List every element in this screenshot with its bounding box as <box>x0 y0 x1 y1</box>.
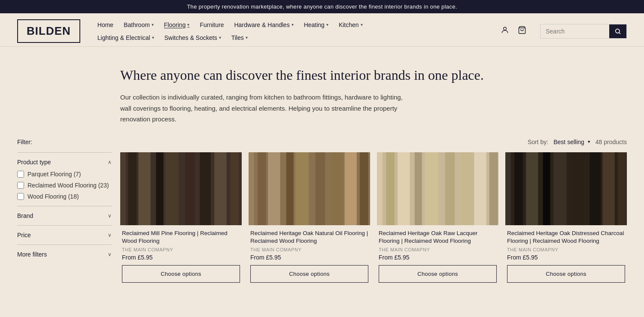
chevron-down-icon: ∨ <box>108 232 112 238</box>
chevron-down-icon: ▾ <box>219 35 221 40</box>
filter-section-product-type: Product type ∧ Parquet Flooring (7) Recl… <box>17 152 112 206</box>
filter-checkbox-wood[interactable] <box>17 193 24 200</box>
product-name: Reclaimed Heritage Oak Natural Oil Floor… <box>250 229 368 246</box>
filter-label: Filter: <box>17 139 112 145</box>
product-price: From £5.95 <box>250 254 368 261</box>
cart-button[interactable] <box>516 24 528 38</box>
nav-heating[interactable]: Heating ▾ <box>304 20 328 30</box>
chevron-down-icon: ▾ <box>246 35 248 40</box>
svg-point-2 <box>616 29 620 33</box>
chevron-down-icon: ▾ <box>152 35 154 40</box>
sidebar-filters: Filter: Product type ∧ Parquet Flooring … <box>17 139 120 287</box>
product-image <box>377 152 498 225</box>
product-info: Reclaimed Heritage Oak Distressed Charco… <box>505 225 627 287</box>
announcement-text: The property renovation marketplace, whe… <box>187 3 457 10</box>
product-card: Reclaimed Mill Pine Flooring | Reclaimed… <box>120 152 242 287</box>
nav-home[interactable]: Home <box>97 20 113 30</box>
chevron-down-icon: ▾ <box>292 22 294 27</box>
products-toolbar: Sort by: Best selling ▾ 48 products <box>120 139 627 145</box>
filter-section-more: More filters ∨ <box>17 245 112 264</box>
chevron-down-icon: ∨ <box>108 213 112 219</box>
filter-option-reclaimed[interactable]: Reclaimed Wood Flooring (23) <box>17 182 112 189</box>
filter-section-price: Price ∨ <box>17 225 112 245</box>
nav-bathroom[interactable]: Bathroom ▾ <box>124 20 154 30</box>
search-input[interactable] <box>541 24 609 38</box>
filter-option-parquet[interactable]: Parquet Flooring (7) <box>17 171 112 178</box>
main-nav: Home Bathroom ▾ Flooring ▾ Furniture Har… <box>97 20 490 43</box>
filter-checkbox-reclaimed[interactable] <box>17 182 24 189</box>
chevron-down-icon: ∨ <box>108 251 112 257</box>
search-button[interactable] <box>609 24 626 38</box>
chevron-down-icon: ▾ <box>326 22 328 27</box>
product-card: Reclaimed Heritage Oak Distressed Charco… <box>505 152 627 287</box>
product-image <box>249 152 370 225</box>
nav-flooring[interactable]: Flooring ▾ <box>164 20 190 30</box>
product-price: From £5.95 <box>122 254 240 261</box>
search-bar <box>540 24 627 39</box>
nav-lighting[interactable]: Lighting & Electrical ▾ <box>97 33 154 43</box>
filter-section-brand: Brand ∨ <box>17 206 112 225</box>
filter-section-price-header[interactable]: Price ∨ <box>17 232 112 239</box>
sort-label: Sort by: <box>528 139 548 145</box>
nav-kitchen[interactable]: Kitchen ▾ <box>339 20 363 30</box>
account-button[interactable] <box>499 24 511 38</box>
product-name: Reclaimed Heritage Oak Distressed Charco… <box>507 229 625 246</box>
product-name: Reclaimed Heritage Oak Raw Lacquer Floor… <box>379 229 497 246</box>
product-name: Reclaimed Mill Pine Flooring | Reclaimed… <box>122 229 240 246</box>
chevron-down-icon: ▾ <box>588 139 590 145</box>
choose-options-button[interactable]: Choose options <box>507 265 625 283</box>
chevron-up-icon: ∧ <box>108 159 112 165</box>
logo[interactable]: BILDEN <box>17 19 80 43</box>
product-brand: THE MAIN COMAPNY <box>122 247 240 252</box>
product-price: From £5.95 <box>507 254 625 261</box>
product-brand: THE MAIN COMAPNY <box>250 247 368 252</box>
filter-checkbox-parquet[interactable] <box>17 171 24 178</box>
nav-furniture[interactable]: Furniture <box>200 20 224 30</box>
product-brand: THE MAIN COMAPNY <box>379 247 497 252</box>
filter-section-product-type-header[interactable]: Product type ∧ <box>17 159 112 166</box>
product-info: Reclaimed Heritage Oak Raw Lacquer Floor… <box>377 225 498 287</box>
product-info: Reclaimed Heritage Oak Natural Oil Floor… <box>249 225 370 287</box>
product-image <box>120 152 242 225</box>
choose-options-button[interactable]: Choose options <box>379 265 497 283</box>
choose-options-button[interactable]: Choose options <box>250 265 368 283</box>
product-info: Reclaimed Mill Pine Flooring | Reclaimed… <box>120 225 242 287</box>
filter-option-wood[interactable]: Wood Flooring (18) <box>17 193 112 200</box>
nav-hardware[interactable]: Hardware & Handles ▾ <box>234 20 293 30</box>
product-price: From £5.95 <box>379 254 497 261</box>
logo-text: BILDEN <box>27 24 71 37</box>
filter-section-more-header[interactable]: More filters ∨ <box>17 251 112 258</box>
announcement-bar: The property renovation marketplace, whe… <box>0 0 644 13</box>
hero-section: Where anyone can discover the finest int… <box>0 47 644 139</box>
nav-switches[interactable]: Switches & Sockets ▾ <box>164 33 221 43</box>
chevron-down-icon: ▾ <box>361 22 363 27</box>
product-brand: THE MAIN COMAPNY <box>507 247 625 252</box>
choose-options-button[interactable]: Choose options <box>122 265 240 283</box>
svg-point-0 <box>504 27 507 30</box>
site-header: BILDEN Home Bathroom ▾ Flooring ▾ Furnit… <box>0 13 644 47</box>
filter-options-product-type: Parquet Flooring (7) Reclaimed Wood Floo… <box>17 171 112 200</box>
chevron-down-icon: ▾ <box>152 22 154 27</box>
svg-line-3 <box>619 33 620 34</box>
product-image <box>505 152 627 225</box>
products-grid: Reclaimed Mill Pine Flooring | Reclaimed… <box>120 152 627 287</box>
products-area: Sort by: Best selling ▾ 48 products <box>120 139 627 287</box>
main-layout: Filter: Product type ∧ Parquet Flooring … <box>0 139 644 304</box>
chevron-down-icon: ▾ <box>187 22 189 27</box>
products-count: 48 products <box>595 139 627 145</box>
hero-title: Where anyone can discover the finest int… <box>120 67 627 83</box>
filter-section-brand-header[interactable]: Brand ∨ <box>17 212 112 219</box>
hero-description: Our collection is individually curated, … <box>120 92 412 125</box>
product-card: Reclaimed Heritage Oak Natural Oil Floor… <box>249 152 370 287</box>
header-actions <box>499 24 627 39</box>
nav-tiles[interactable]: Tiles ▾ <box>231 33 248 43</box>
sort-select[interactable]: Best selling ▾ <box>553 139 590 145</box>
product-card: Reclaimed Heritage Oak Raw Lacquer Floor… <box>377 152 498 287</box>
